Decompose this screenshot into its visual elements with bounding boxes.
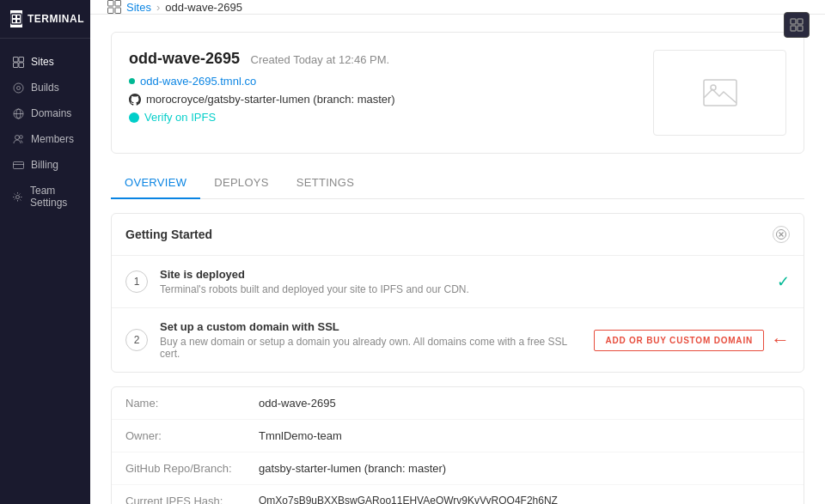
svg-point-15 [19,135,22,138]
sidebar-label-builds: Builds [31,82,59,94]
sidebar-label-sites: Sites [31,56,54,68]
terminal-logo [10,10,22,27]
verify-ipfs-link[interactable]: Verify on IPFS [144,111,216,124]
step-2-desc: Buy a new domain or setup a domain you a… [160,336,582,360]
step-1-checkmark: ✓ [777,272,790,291]
ipfs-row: Verify on IPFS [129,111,395,124]
step-1: 1 Site is deployed Terminal's robots bui… [112,256,804,308]
sidebar-item-builds[interactable]: Builds [0,75,90,100]
billing-icon [12,159,24,171]
close-button[interactable] [773,226,790,243]
svg-rect-0 [11,14,21,24]
grid-app-icon[interactable] [784,12,810,38]
members-icon [12,133,24,145]
svg-point-14 [15,135,19,139]
sidebar-label-members: Members [31,133,74,145]
github-icon [129,94,141,106]
github-link[interactable]: morocroyce/gatsby-starter-lumen (branch:… [146,93,395,106]
svg-rect-1 [13,15,15,18]
tab-settings[interactable]: SETTINGS [283,167,368,199]
svg-rect-5 [13,57,18,62]
svg-rect-4 [17,20,20,22]
info-label-name: Name: [125,397,259,410]
site-name: odd-wave-2695 [129,50,240,67]
getting-started-card: Getting Started 1 Site is deployed Termi… [111,213,804,373]
sidebar-item-billing[interactable]: Billing [0,152,90,178]
breadcrumb-parent[interactable]: Sites [126,1,151,14]
ipfs-dot [129,112,139,123]
tabs-bar: OVERVIEW DEPLOYS SETTINGS [111,167,804,199]
close-icon [776,229,786,240]
sidebar-label-domains: Domains [31,107,71,119]
svg-point-10 [16,86,20,89]
info-row-name: Name: odd-wave-2695 [112,387,804,420]
step-2-number: 2 [125,329,148,351]
info-value-name: odd-wave-2695 [259,397,336,410]
svg-rect-25 [108,8,114,14]
sidebar-item-team-settings[interactable]: Team Settings [0,178,90,216]
tab-deploys[interactable]: DEPLOYS [200,167,283,199]
arrow-icon: ← [771,329,790,351]
info-row-github: GitHub Repo/Branch: gatsby-starter-lumen… [112,452,804,485]
step-2-content: Set up a custom domain with SSL Buy a ne… [160,320,582,360]
step-1-number: 1 [125,270,148,293]
svg-point-9 [14,83,23,93]
svg-point-18 [16,195,20,198]
image-placeholder-icon [703,79,737,106]
sidebar-label-billing: Billing [31,159,58,171]
sidebar: TERMINAL Beta Sites Builds [0,0,90,504]
sidebar-item-sites[interactable]: Sites [0,49,90,75]
step-1-title: Site is deployed [160,268,765,281]
topbar: Sites › odd-wave-2695 [90,0,825,15]
step-1-desc: Terminal's robots built and deployed you… [160,283,765,295]
info-card: Name: odd-wave-2695 Owner: TmnlDemo-team… [111,386,804,504]
sidebar-nav: Sites Builds Domains [0,39,90,504]
svg-rect-16 [13,161,23,168]
svg-rect-24 [115,1,121,7]
info-label-owner: Owner: [125,429,259,442]
site-url-link[interactable]: odd-wave-2695.tmnl.co [140,75,256,88]
svg-rect-2 [17,15,20,18]
svg-rect-8 [19,63,24,68]
info-row-ipfs: Current IPFS Hash: QmXo7sB9uBXXBswGARoo1… [112,485,804,504]
site-url-row: odd-wave-2695.tmnl.co [129,75,395,88]
builds-icon [12,82,24,94]
status-dot-green [129,78,135,84]
step-1-content: Site is deployed Terminal's robots built… [160,268,765,295]
svg-rect-7 [13,63,18,68]
content-area: odd-wave-2695 Created Today at 12:46 PM.… [90,15,825,504]
site-created: Created Today at 12:46 PM. [251,53,390,66]
svg-rect-6 [19,57,24,62]
info-label-ipfs: Current IPFS Hash: [125,495,259,504]
svg-rect-20 [798,19,803,24]
svg-rect-21 [791,26,796,31]
info-value-ipfs: QmXo7sB9uBXXBswGARoo11EHVAeQWrv9KvVyRQQ4… [259,495,558,504]
sites-breadcrumb-icon [107,0,121,14]
info-label-github: GitHub Repo/Branch: [125,462,259,475]
step-2-action: ADD OR BUY CUSTOM DOMAIN ← [594,329,790,351]
sidebar-item-domains[interactable]: Domains [0,100,90,126]
domains-icon [12,107,24,119]
info-row-owner: Owner: TmnlDemo-team [112,420,804,452]
svg-rect-23 [108,1,114,7]
svg-rect-26 [115,8,121,14]
site-preview-box [653,50,786,136]
svg-rect-19 [791,19,796,24]
add-domain-button[interactable]: ADD OR BUY CUSTOM DOMAIN [594,330,764,351]
info-value-owner: TmnlDemo-team [259,429,342,442]
sidebar-item-members[interactable]: Members [0,126,90,152]
site-header-card: odd-wave-2695 Created Today at 12:46 PM.… [111,32,804,154]
app-title: TERMINAL [28,13,84,25]
sites-icon [12,56,24,68]
breadcrumb: Sites › odd-wave-2695 [107,0,242,14]
breadcrumb-current: odd-wave-2695 [165,1,242,14]
sidebar-label-team-settings: Team Settings [30,185,78,209]
sidebar-header: TERMINAL Beta [0,0,90,39]
step-2-title: Set up a custom domain with SSL [160,320,582,333]
breadcrumb-separator: › [156,1,160,14]
tab-overview[interactable]: OVERVIEW [111,167,200,199]
svg-rect-22 [798,26,803,31]
svg-rect-3 [13,20,15,22]
getting-started-header: Getting Started [112,214,804,256]
step-2: 2 Set up a custom domain with SSL Buy a … [112,308,804,372]
